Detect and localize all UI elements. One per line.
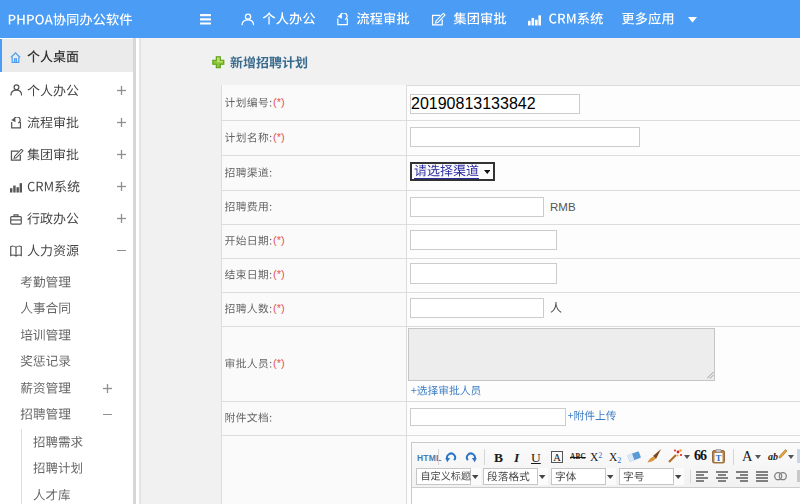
svg-text:T: T [715, 453, 721, 463]
